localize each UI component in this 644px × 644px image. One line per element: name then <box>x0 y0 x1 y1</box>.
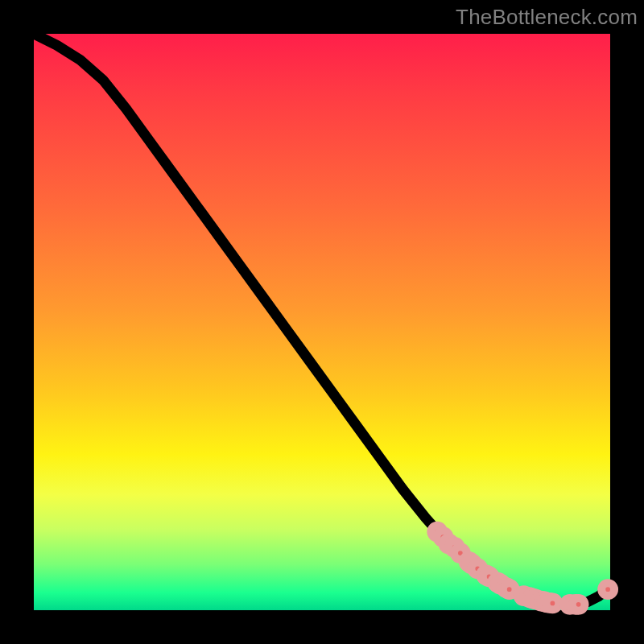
chart-frame: TheBottleneck.com <box>0 0 644 644</box>
data-marker <box>601 583 614 596</box>
watermark-label: TheBottleneck.com <box>456 5 638 30</box>
data-marker <box>547 597 559 610</box>
data-marker <box>572 598 585 611</box>
bottleneck-curve <box>34 34 610 605</box>
plot-overlay <box>34 34 610 610</box>
